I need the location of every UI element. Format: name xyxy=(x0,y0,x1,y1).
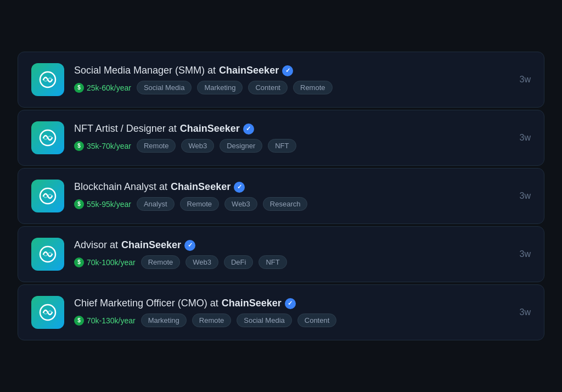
salary: $55k-95k/year xyxy=(74,199,131,209)
job-info: Blockchain Analyst at ChainSeeker✓$55k-9… xyxy=(74,181,510,211)
job-title: Blockchain Analyst at xyxy=(74,181,167,193)
company-logo xyxy=(31,63,64,96)
job-tag: DeFi xyxy=(224,255,253,269)
salary-icon: $ xyxy=(74,199,84,209)
salary-icon: $ xyxy=(74,141,84,151)
verified-badge: ✓ xyxy=(243,124,254,135)
company-logo xyxy=(31,180,64,212)
job-card[interactable]: Chief Marketing Officer (CMO) at ChainSe… xyxy=(18,284,544,340)
job-time: 3w xyxy=(520,133,531,143)
salary: $70k-130k/year xyxy=(74,316,136,326)
job-tag: Web3 xyxy=(181,139,214,153)
job-tag: Remote xyxy=(137,139,176,153)
job-info: Advisor at ChainSeeker✓$70k-100k/yearRem… xyxy=(74,239,510,269)
job-tag: Content xyxy=(297,313,337,327)
job-tag: NFT xyxy=(268,139,296,153)
verified-badge: ✓ xyxy=(234,182,245,193)
salary-text: 55k-95k/year xyxy=(87,200,131,209)
job-tag: Content xyxy=(248,81,288,94)
job-info: Chief Marketing Officer (CMO) at ChainSe… xyxy=(74,298,510,327)
job-company: ChainSeeker xyxy=(171,181,231,193)
company-logo xyxy=(31,296,64,329)
job-company: ChainSeeker xyxy=(222,298,282,309)
job-title-row: Blockchain Analyst at ChainSeeker✓ xyxy=(74,181,510,193)
salary-text: 35k-70k/year xyxy=(87,142,131,150)
job-tag: Marketing xyxy=(197,81,243,94)
salary-icon: $ xyxy=(74,257,84,267)
verified-badge: ✓ xyxy=(282,65,293,76)
job-tag: Remote xyxy=(192,313,232,327)
job-tag: NFT xyxy=(258,255,286,269)
verified-badge: ✓ xyxy=(184,240,195,251)
job-time: 3w xyxy=(520,249,531,259)
job-meta: $55k-95k/yearAnalystRemoteWeb3Research xyxy=(74,197,510,211)
job-tag: Social Media xyxy=(237,313,291,327)
job-info: NFT Artist / Designer at ChainSeeker✓$35… xyxy=(74,123,510,153)
job-tag: Research xyxy=(263,197,308,211)
job-time: 3w xyxy=(520,75,531,85)
job-company: ChainSeeker xyxy=(219,65,279,76)
job-card[interactable]: Social Media Manager (SMM) at ChainSeeke… xyxy=(18,52,544,108)
salary-icon: $ xyxy=(74,316,84,326)
job-company: ChainSeeker xyxy=(180,123,240,135)
salary-text: 70k-130k/year xyxy=(87,316,136,325)
job-card[interactable]: Advisor at ChainSeeker✓$70k-100k/yearRem… xyxy=(18,226,544,282)
job-tag: Remote xyxy=(141,255,181,269)
job-title: Advisor at xyxy=(74,239,118,251)
job-card[interactable]: Blockchain Analyst at ChainSeeker✓$55k-9… xyxy=(18,168,544,224)
salary: $70k-100k/year xyxy=(74,257,136,267)
job-time: 3w xyxy=(520,191,531,201)
job-tag: Remote xyxy=(293,81,333,94)
job-company: ChainSeeker xyxy=(121,239,181,251)
salary-text: 70k-100k/year xyxy=(87,258,136,267)
job-time: 3w xyxy=(520,307,531,317)
job-card[interactable]: NFT Artist / Designer at ChainSeeker✓$35… xyxy=(18,110,544,166)
job-title-row: Social Media Manager (SMM) at ChainSeeke… xyxy=(74,65,510,76)
job-tag: Analyst xyxy=(137,197,175,211)
job-title-row: Advisor at ChainSeeker✓ xyxy=(74,239,510,251)
salary: $35k-70k/year xyxy=(74,141,131,151)
job-tag: Designer xyxy=(220,139,262,153)
job-tag: Web3 xyxy=(186,255,218,269)
company-logo xyxy=(31,238,64,271)
job-info: Social Media Manager (SMM) at ChainSeeke… xyxy=(74,65,510,94)
job-tag: Remote xyxy=(180,197,220,211)
job-title: Social Media Manager (SMM) at xyxy=(74,65,216,76)
job-tag: Social Media xyxy=(137,81,192,94)
job-meta: $70k-130k/yearMarketingRemoteSocial Medi… xyxy=(74,313,510,327)
job-meta: $70k-100k/yearRemoteWeb3DeFiNFT xyxy=(74,255,510,269)
salary-icon: $ xyxy=(74,83,84,93)
job-meta: $25k-60k/yearSocial MediaMarketingConten… xyxy=(74,81,510,94)
job-tag: Marketing xyxy=(141,313,187,327)
verified-badge: ✓ xyxy=(285,298,296,309)
salary: $25k-60k/year xyxy=(74,83,131,93)
job-tag: Web3 xyxy=(224,197,257,211)
company-logo xyxy=(31,121,64,154)
job-title-row: Chief Marketing Officer (CMO) at ChainSe… xyxy=(74,298,510,309)
job-title-row: NFT Artist / Designer at ChainSeeker✓ xyxy=(74,123,510,135)
job-title: NFT Artist / Designer at xyxy=(74,123,177,135)
job-meta: $35k-70k/yearRemoteWeb3DesignerNFT xyxy=(74,139,510,153)
job-list: Social Media Manager (SMM) at ChainSeeke… xyxy=(18,52,544,340)
job-title: Chief Marketing Officer (CMO) at xyxy=(74,298,218,309)
salary-text: 25k-60k/year xyxy=(87,83,131,92)
